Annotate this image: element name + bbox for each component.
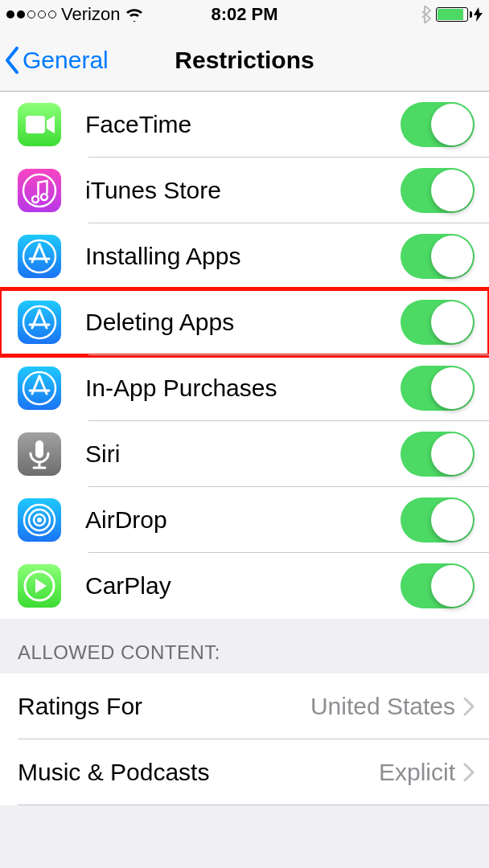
app-row-label: CarPlay bbox=[85, 572, 401, 600]
content-row-label: Music & Podcasts bbox=[18, 759, 379, 786]
back-button[interactable]: General bbox=[0, 47, 109, 74]
app-toggle-carplay[interactable] bbox=[401, 563, 475, 608]
app-row-siri: Siri bbox=[0, 421, 489, 487]
page-title: Restrictions bbox=[175, 47, 314, 74]
app-row-label: iTunes Store bbox=[85, 177, 401, 204]
wifi-icon bbox=[125, 7, 144, 22]
app-row-label: In-App Purchases bbox=[85, 375, 401, 402]
bluetooth-icon bbox=[420, 6, 431, 23]
content-row-value: Explicit bbox=[379, 759, 455, 786]
app-row-delete: Deleting Apps bbox=[0, 289, 489, 355]
app-row-label: Installing Apps bbox=[85, 243, 401, 270]
appstore-icon bbox=[18, 366, 61, 410]
signal-dots-icon bbox=[6, 10, 56, 18]
app-row-airdrop: AirDrop bbox=[0, 487, 489, 553]
carrier-label: Verizon bbox=[61, 4, 120, 25]
chevron-right-icon bbox=[463, 763, 475, 782]
app-toggle-siri[interactable] bbox=[401, 432, 475, 477]
app-row-carplay: CarPlay bbox=[0, 553, 489, 619]
content-row-music[interactable]: Music & PodcastsExplicit bbox=[0, 739, 489, 805]
app-list: FaceTimeiTunes StoreInstalling AppsDelet… bbox=[0, 92, 489, 619]
status-bar: Verizon 8:02 PM bbox=[0, 0, 489, 29]
siri-icon bbox=[18, 432, 61, 476]
app-toggle-delete[interactable] bbox=[401, 300, 475, 345]
app-row-label: FaceTime bbox=[85, 111, 401, 138]
app-row-facetime: FaceTime bbox=[0, 92, 489, 158]
battery-icon bbox=[436, 7, 483, 22]
carplay-icon bbox=[18, 564, 61, 608]
airdrop-icon bbox=[18, 498, 61, 542]
app-row-itunes: iTunes Store bbox=[0, 158, 489, 223]
section-header-allowed-content: ALLOWED CONTENT: bbox=[0, 619, 489, 674]
content-row-ratings[interactable]: Ratings ForUnited States bbox=[0, 674, 489, 739]
app-row-label: Siri bbox=[85, 440, 401, 468]
content-row-label: Ratings For bbox=[18, 693, 310, 720]
app-toggle-install[interactable] bbox=[401, 234, 475, 279]
back-label: General bbox=[23, 47, 109, 74]
content-row-value: United States bbox=[310, 693, 455, 720]
app-toggle-itunes[interactable] bbox=[401, 168, 475, 213]
allowed-content-list: Ratings ForUnited StatesMusic & Podcasts… bbox=[0, 674, 489, 805]
app-row-inapp: In-App Purchases bbox=[0, 355, 489, 421]
app-row-label: Deleting Apps bbox=[85, 309, 401, 336]
appstore-icon bbox=[18, 301, 61, 344]
app-row-label: AirDrop bbox=[85, 506, 401, 534]
app-row-install: Installing Apps bbox=[0, 223, 489, 289]
status-time: 8:02 PM bbox=[165, 4, 323, 25]
itunes-icon bbox=[18, 169, 61, 212]
facetime-icon bbox=[18, 103, 61, 146]
app-toggle-airdrop[interactable] bbox=[401, 497, 475, 542]
app-toggle-inapp[interactable] bbox=[401, 366, 475, 411]
chevron-right-icon bbox=[463, 697, 475, 716]
chevron-left-icon bbox=[5, 47, 19, 74]
app-toggle-facetime[interactable] bbox=[401, 102, 475, 147]
appstore-icon bbox=[18, 235, 61, 278]
nav-bar: General Restrictions bbox=[0, 29, 489, 92]
charging-icon bbox=[474, 7, 483, 22]
